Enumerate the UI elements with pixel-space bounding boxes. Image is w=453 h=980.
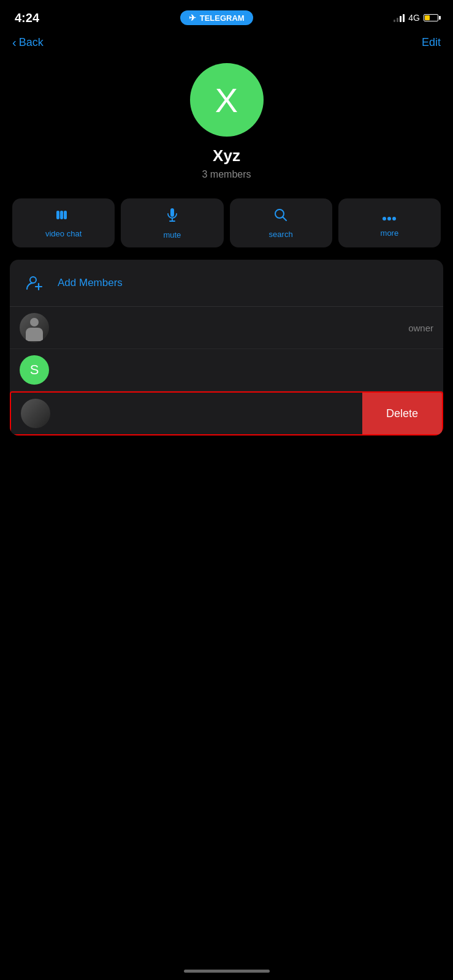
signal-bar-4	[403, 14, 405, 22]
signal-bar-3	[400, 16, 402, 22]
member-role-1: owner	[408, 323, 433, 333]
avatar-photo-inner-3	[21, 399, 50, 428]
swipe-content	[11, 393, 362, 434]
nav-bar: ‹ Back Edit	[0, 31, 453, 57]
video-chat-label: video chat	[45, 229, 82, 238]
swipe-delete-row[interactable]: Delete	[10, 391, 443, 435]
svg-point-9	[392, 217, 396, 221]
add-member-icon	[20, 268, 49, 298]
search-button[interactable]: search	[230, 198, 332, 247]
search-icon	[273, 208, 288, 226]
svg-point-8	[387, 217, 391, 221]
signal-bar-2	[397, 18, 398, 22]
status-time: 4:24	[15, 11, 39, 25]
app-name: TELEGRAM	[200, 13, 245, 23]
status-bar: 4:24 ✈ TELEGRAM 4G	[0, 0, 453, 31]
video-chat-icon	[56, 208, 72, 225]
telegram-icon: ✈	[189, 13, 196, 23]
add-members-label: Add Members	[58, 277, 123, 289]
svg-point-7	[383, 217, 386, 221]
telegram-badge: ✈ TELEGRAM	[180, 10, 253, 25]
edit-button[interactable]: Edit	[422, 36, 441, 49]
avatar-photo-inner	[20, 313, 49, 342]
mute-label: mute	[163, 230, 181, 239]
battery-icon	[424, 14, 438, 21]
delete-button[interactable]: Delete	[362, 393, 442, 434]
delete-label: Delete	[386, 407, 418, 420]
silhouette-body	[26, 328, 43, 341]
home-indicator	[184, 970, 270, 973]
mute-button[interactable]: mute	[121, 198, 223, 247]
svg-point-10	[30, 277, 36, 283]
action-buttons: video chat mute search	[0, 192, 453, 260]
group-avatar: X	[190, 63, 264, 137]
svg-rect-1	[60, 211, 63, 219]
more-label: more	[381, 228, 399, 238]
member-avatar-1	[20, 313, 49, 342]
member-count: 3 members	[202, 169, 251, 180]
member-row[interactable]: owner	[10, 307, 443, 349]
battery-fill	[425, 15, 430, 20]
signal-bar-1	[394, 20, 395, 22]
back-button[interactable]: ‹ Back	[12, 36, 44, 50]
profile-section: X Xyz 3 members	[0, 57, 453, 192]
mute-icon	[166, 207, 179, 227]
more-icon	[382, 209, 397, 225]
search-label: search	[269, 230, 293, 239]
member-avatar-2: S	[20, 355, 49, 385]
network-type: 4G	[408, 13, 420, 23]
member-avatar-3	[21, 399, 50, 428]
svg-line-6	[283, 217, 287, 221]
signal-bars	[394, 13, 405, 22]
back-chevron-icon: ‹	[12, 36, 17, 50]
avatar-letter: X	[215, 80, 238, 120]
svg-rect-2	[64, 211, 67, 219]
status-center: ✈ TELEGRAM	[180, 10, 253, 25]
svg-rect-0	[56, 211, 59, 219]
member-avatar-letter-s: S	[30, 362, 39, 378]
member-row-2[interactable]: S	[10, 349, 443, 391]
silhouette-head	[30, 318, 39, 326]
more-button[interactable]: more	[338, 198, 441, 247]
video-chat-button[interactable]: video chat	[12, 198, 115, 247]
group-name: Xyz	[213, 146, 240, 165]
members-section: Add Members owner S	[10, 260, 443, 435]
back-label: Back	[19, 36, 44, 49]
status-right: 4G	[394, 13, 438, 23]
add-members-row[interactable]: Add Members	[10, 260, 443, 307]
